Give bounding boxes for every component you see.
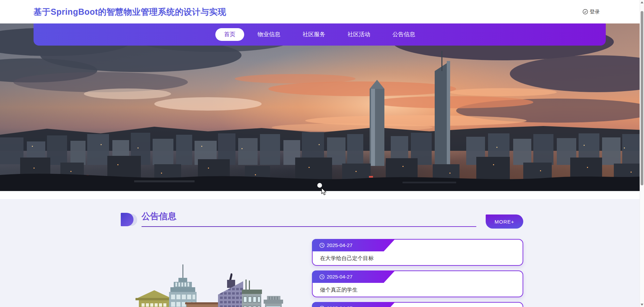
nav-item-property-info[interactable]: 物业信息 (249, 28, 289, 41)
clock-icon (319, 274, 325, 280)
page-title: 基于SpringBoot的智慧物业管理系统的设计与实现 (34, 6, 226, 17)
login-button[interactable]: 登录 (583, 9, 600, 15)
nav-item-community-services[interactable]: 社区服务 (294, 28, 334, 41)
scroll-down-button[interactable] (641, 304, 643, 306)
nav-item-community-activities[interactable]: 社区活动 (339, 28, 379, 41)
announcement-date-ribbon: 2025-04-27 (312, 239, 395, 251)
section-title: 公告信息 (142, 210, 476, 222)
page-header: 基于SpringBoot的智慧物业管理系统的设计与实现 登录 (0, 0, 644, 23)
announcement-date: 2025-04-27 (327, 274, 353, 280)
section-header: 公告信息 MORE+ (121, 210, 523, 227)
announcement-card[interactable]: 2025-04-27 在大学给自己定个目标 (312, 239, 523, 266)
announcement-date: 2025-04-27 (327, 242, 353, 248)
scrollbar-thumb[interactable] (641, 11, 643, 185)
hero-banner: 首页 物业信息 社区服务 社区活动 公告信息 (0, 23, 644, 191)
check-circle-icon (583, 9, 588, 14)
nav-item-home[interactable]: 首页 (215, 28, 244, 41)
city-illustration (121, 239, 302, 307)
announcement-date: 2025-04-27 (327, 305, 353, 307)
scroll-up-button[interactable] (641, 1, 643, 3)
clock-icon (319, 306, 325, 307)
section-badge-icon (121, 213, 136, 227)
announcement-card[interactable]: 2025-04-27 做个真正的学生 (312, 270, 523, 297)
more-button[interactable]: MORE+ (486, 214, 523, 229)
scrollbar (640, 0, 644, 307)
carousel-dot[interactable] (317, 183, 322, 188)
announcement-section: 公告信息 MORE+ (0, 199, 644, 307)
login-label: 登录 (590, 9, 600, 15)
announcement-date-ribbon: 2025-04-27 (312, 270, 395, 283)
announcement-card[interactable]: 2025-04-27 (312, 302, 523, 307)
section-underline (142, 226, 476, 227)
clock-icon (319, 243, 325, 248)
announcement-title: 做个真正的学生 (320, 287, 358, 294)
announcement-title: 在大学给自己定个目标 (320, 255, 374, 262)
nav-item-announcements[interactable]: 公告信息 (384, 28, 424, 41)
announcement-date-ribbon: 2025-04-27 (312, 302, 395, 307)
announcement-list: 2025-04-27 在大学给自己定个目标 2025-04-27 (312, 239, 523, 307)
main-nav: 首页 物业信息 社区服务 社区活动 公告信息 (34, 23, 606, 46)
hero-city-image (0, 23, 644, 191)
